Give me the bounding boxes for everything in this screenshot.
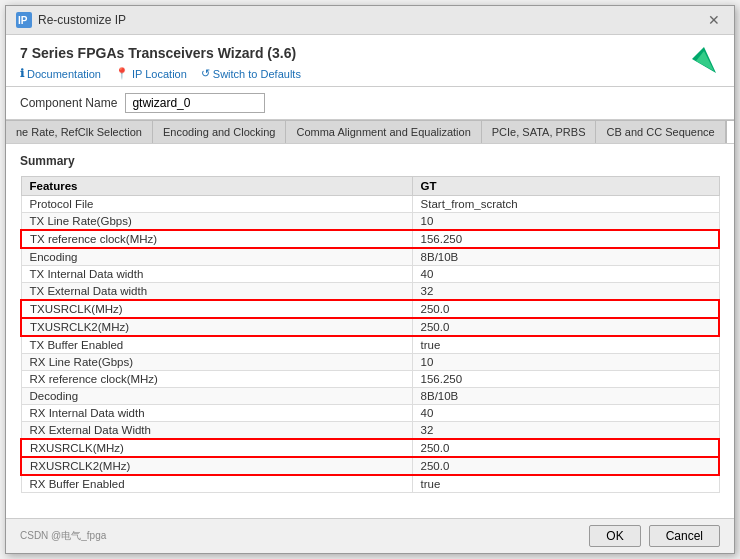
table-row: RX Line Rate(Gbps)10 bbox=[21, 354, 719, 371]
svg-text:IP: IP bbox=[18, 15, 28, 26]
wizard-logo bbox=[688, 45, 720, 80]
tab-comma-alignment[interactable]: Comma Alignment and Equalization bbox=[286, 120, 481, 143]
dialog: IP Re-customize IP ✕ 7 Series FPGAs Tran… bbox=[5, 5, 735, 554]
dialog-icon: IP bbox=[16, 12, 32, 28]
dialog-title: Re-customize IP bbox=[38, 13, 126, 27]
switch-defaults-link[interactable]: ↺ Switch to Defaults bbox=[201, 67, 301, 80]
close-button[interactable]: ✕ bbox=[704, 12, 724, 28]
table-row: RX Buffer Enabledtrue bbox=[21, 475, 719, 493]
table-row: Encoding8B/10B bbox=[21, 248, 719, 266]
tabs-container: ne Rate, RefClk Selection Encoding and C… bbox=[6, 120, 734, 144]
table-row: Protocol FileStart_from_scratch bbox=[21, 196, 719, 213]
content-area: Summary Features GT Protocol FileStart_f… bbox=[6, 144, 734, 518]
component-name-label: Component Name bbox=[20, 96, 117, 110]
table-row: TX Line Rate(Gbps)10 bbox=[21, 213, 719, 231]
table-row: TX External Data width32 bbox=[21, 283, 719, 301]
tab-encoding-clocking[interactable]: Encoding and Clocking bbox=[153, 120, 287, 143]
table-row: TXUSRCLK2(MHz)250.0 bbox=[21, 318, 719, 336]
title-bar: IP Re-customize IP ✕ bbox=[6, 6, 734, 35]
table-header-row: Features GT bbox=[21, 177, 719, 196]
table-row: RX External Data Width32 bbox=[21, 422, 719, 440]
title-bar-left: IP Re-customize IP bbox=[16, 12, 126, 28]
wizard-header: 7 Series FPGAs Transceivers Wizard (3.6)… bbox=[6, 35, 734, 87]
info-icon: ℹ bbox=[20, 67, 24, 80]
wizard-title: 7 Series FPGAs Transceivers Wizard (3.6) bbox=[20, 45, 301, 61]
wizard-header-left: 7 Series FPGAs Transceivers Wizard (3.6)… bbox=[20, 45, 301, 80]
cancel-button[interactable]: Cancel bbox=[649, 525, 720, 547]
tab-line-rate[interactable]: ne Rate, RefClk Selection bbox=[6, 120, 153, 143]
component-name-input[interactable] bbox=[125, 93, 265, 113]
tab-pcie-sata[interactable]: PCIe, SATA, PRBS bbox=[482, 120, 597, 143]
ip-location-link[interactable]: 📍 IP Location bbox=[115, 67, 187, 80]
table-row: RX Internal Data width40 bbox=[21, 405, 719, 422]
table-row: TXUSRCLK(MHz)250.0 bbox=[21, 300, 719, 318]
tab-cb-cc[interactable]: CB and CC Sequence bbox=[596, 120, 725, 143]
location-icon: 📍 bbox=[115, 67, 129, 80]
table-row: Decoding8B/10B bbox=[21, 388, 719, 405]
tab-summary[interactable]: Summary bbox=[726, 120, 734, 143]
summary-section-title: Summary bbox=[20, 154, 720, 168]
footer: CSDN @电气_fpga OK Cancel bbox=[6, 518, 734, 553]
watermark: CSDN @电气_fpga bbox=[20, 529, 106, 543]
table-row: TX Buffer Enabledtrue bbox=[21, 336, 719, 354]
col-gt: GT bbox=[412, 177, 719, 196]
table-row: RXUSRCLK2(MHz)250.0 bbox=[21, 457, 719, 475]
table-row: TX reference clock(MHz)156.250 bbox=[21, 230, 719, 248]
table-row: RX reference clock(MHz)156.250 bbox=[21, 371, 719, 388]
ok-button[interactable]: OK bbox=[589, 525, 640, 547]
component-bar: Component Name bbox=[6, 87, 734, 120]
documentation-link[interactable]: ℹ Documentation bbox=[20, 67, 101, 80]
refresh-icon: ↺ bbox=[201, 67, 210, 80]
toolbar: ℹ Documentation 📍 IP Location ↺ Switch t… bbox=[20, 67, 301, 80]
summary-table: Features GT Protocol FileStart_from_scra… bbox=[20, 176, 720, 493]
table-row: TX Internal Data width40 bbox=[21, 266, 719, 283]
table-row: RXUSRCLK(MHz)250.0 bbox=[21, 439, 719, 457]
col-features: Features bbox=[21, 177, 412, 196]
